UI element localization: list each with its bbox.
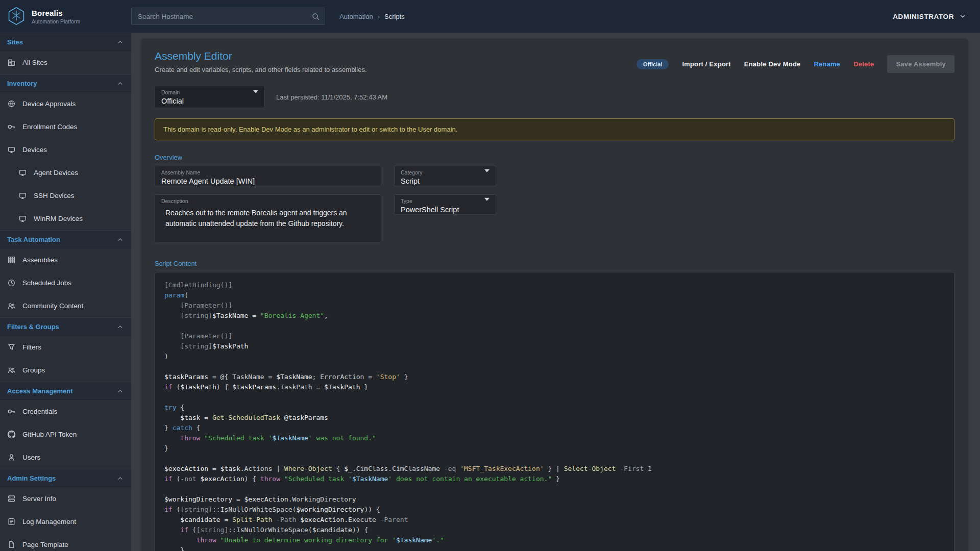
- description-value: Reaches out to the remote Borealis agent…: [161, 208, 375, 229]
- user-menu[interactable]: ADMINISTRATOR: [893, 12, 967, 20]
- sidebar-item-label: All Sites: [22, 59, 47, 66]
- sidebar-item-filters[interactable]: Filters: [0, 336, 131, 359]
- domain-select[interactable]: Domain Official: [155, 86, 265, 108]
- sidebar-section-filters-groups[interactable]: Filters & Groups: [0, 317, 131, 336]
- sidebar-item-scheduled-jobs[interactable]: Scheduled Jobs: [0, 271, 131, 294]
- sidebar-item-winrm-devices[interactable]: WinRM Devices: [0, 207, 131, 230]
- sidebar-item-label: GitHub API Token: [22, 431, 77, 438]
- code-line: $taskParams = @{ TaskName = $TaskName; E…: [164, 372, 945, 382]
- sidebar-item-groups[interactable]: Groups: [0, 359, 131, 382]
- assembly-name-field[interactable]: Assembly Name Remote Agent Update [WIN]: [155, 166, 381, 186]
- domain-status-badge: Official: [636, 59, 669, 69]
- breadcrumb-item-scripts[interactable]: Scripts: [384, 13, 405, 20]
- sidebar-item-log-management[interactable]: Log Management: [0, 510, 131, 533]
- sidebar-item-users[interactable]: Users: [0, 446, 131, 469]
- clock-icon: [7, 279, 16, 287]
- code-line: [164, 454, 945, 464]
- domain-select-value: Official: [161, 97, 258, 105]
- type-select[interactable]: Type PowerShell Script: [394, 194, 496, 215]
- script-editor[interactable]: [CmdletBinding()]param( [Parameter()] [s…: [155, 272, 954, 551]
- sidebar-item-credentials[interactable]: Credentials: [0, 400, 131, 423]
- sidebar-item-server-info[interactable]: Server Info: [0, 487, 131, 510]
- import-export-button[interactable]: Import / Export: [682, 60, 730, 68]
- page-title: Assembly Editor: [155, 50, 367, 62]
- code-line: [164, 362, 945, 372]
- sidebar-section-admin-settings[interactable]: Admin Settings: [0, 469, 131, 487]
- chevron-down-icon: [959, 12, 967, 20]
- key-icon: [7, 407, 16, 416]
- save-assembly-button[interactable]: Save Assembly: [887, 55, 954, 73]
- server-icon: [7, 494, 16, 503]
- hostname-search-input[interactable]: [138, 13, 306, 20]
- code-line: param(: [164, 290, 945, 300]
- people-icon: [7, 302, 16, 310]
- assembly-editor-card: Assembly Editor Create and edit variable…: [141, 39, 968, 551]
- sidebar-item-community-content[interactable]: Community Content: [0, 294, 131, 317]
- sidebar-item-label: Device Approvals: [22, 100, 76, 108]
- user-menu-label: ADMINISTRATOR: [893, 13, 954, 20]
- sidebar-item-label: Assemblies: [22, 256, 58, 264]
- sidebar-section-inventory[interactable]: Inventory: [0, 74, 131, 92]
- sidebar-item-ssh-devices[interactable]: SSH Devices: [0, 184, 131, 207]
- code-line: }: [164, 443, 945, 454]
- sidebar-item-agent-devices[interactable]: Agent Devices: [0, 161, 131, 184]
- grid-icon: [7, 256, 16, 264]
- sidebar-section-access-management[interactable]: Access Management: [0, 382, 131, 400]
- sidebar-sections: SitesAll SitesInventoryDevice ApprovalsE…: [0, 33, 131, 551]
- sidebar-item-label: Users: [22, 454, 40, 461]
- building-icon: [7, 58, 16, 67]
- code-line: $workingDirectory = $execAction.WorkingD…: [164, 494, 945, 505]
- sidebar-item-label: Community Content: [22, 302, 83, 310]
- enable-dev-mode-button[interactable]: Enable Dev Mode: [744, 60, 801, 68]
- brand-subtitle: Automation Platform: [32, 18, 80, 24]
- page-icon: [7, 540, 16, 549]
- page-subtitle: Create and edit variables, scripts, and …: [155, 66, 367, 73]
- sidebar-item-github-api-token[interactable]: GitHub API Token: [0, 423, 131, 446]
- sidebar-item-device-approvals[interactable]: Device Approvals: [0, 92, 131, 115]
- sidebar-item-assemblies[interactable]: Assemblies: [0, 248, 131, 271]
- chevron-up-icon: [116, 236, 124, 243]
- sidebar: SitesAll SitesInventoryDevice ApprovalsE…: [0, 33, 131, 551]
- code-line: [string]$TaskPath: [164, 341, 945, 352]
- chevron-up-icon: [116, 474, 124, 482]
- description-field[interactable]: Description Reaches out to the remote Bo…: [155, 194, 381, 242]
- code-line: [CmdletBinding()]: [164, 280, 945, 290]
- code-line: throw "Unable to determine working direc…: [164, 535, 945, 545]
- code-line: if (-not $execAction) { throw "Scheduled…: [164, 474, 945, 484]
- category-select[interactable]: Category Script: [394, 166, 496, 186]
- code-line: }: [164, 545, 945, 551]
- code-line: [164, 321, 945, 331]
- code-line: try {: [164, 403, 945, 413]
- code-line: [164, 392, 945, 403]
- dropdown-caret-icon: [253, 93, 258, 103]
- log-icon: [7, 517, 16, 526]
- sidebar-item-enrollment-codes[interactable]: Enrollment Codes: [0, 115, 131, 138]
- github-icon: [7, 430, 16, 439]
- brand-name: Borealis: [32, 9, 80, 17]
- code-line: if ($TaskPath) { $taskParams.TaskPath = …: [164, 382, 945, 392]
- sidebar-item-page-template[interactable]: Page Template: [0, 533, 131, 551]
- sidebar-item-label: WinRM Devices: [34, 215, 83, 222]
- sidebar-item-devices[interactable]: Devices: [0, 138, 131, 161]
- sidebar-section-task-automation[interactable]: Task Automation: [0, 230, 131, 248]
- code-line: $task = Get-ScheduledTask @taskParams: [164, 413, 945, 423]
- delete-button[interactable]: Delete: [853, 60, 874, 68]
- breadcrumb-item-automation[interactable]: Automation: [339, 13, 373, 20]
- rename-button[interactable]: Rename: [814, 60, 840, 68]
- sidebar-item-label: Page Template: [22, 541, 68, 548]
- chevron-up-icon: [116, 38, 124, 46]
- type-label: Type: [401, 198, 489, 204]
- device-icon: [7, 145, 16, 154]
- sidebar-section-label: Inventory: [7, 80, 37, 87]
- last-persisted-text: Last persisted: 11/1/2025, 7:52:43 AM: [276, 93, 387, 101]
- device-icon: [18, 168, 27, 177]
- sidebar-section-sites[interactable]: Sites: [0, 33, 131, 51]
- assembly-name-value: Remote Agent Update [WIN]: [161, 177, 375, 185]
- description-label: Description: [161, 198, 375, 204]
- code-line: [Parameter()]: [164, 300, 945, 311]
- brand[interactable]: Borealis Automation Platform: [6, 6, 131, 27]
- sidebar-item-label: SSH Devices: [34, 192, 75, 199]
- person-icon: [7, 453, 16, 462]
- key-icon: [7, 122, 16, 131]
- sidebar-item-all-sites[interactable]: All Sites: [0, 51, 131, 74]
